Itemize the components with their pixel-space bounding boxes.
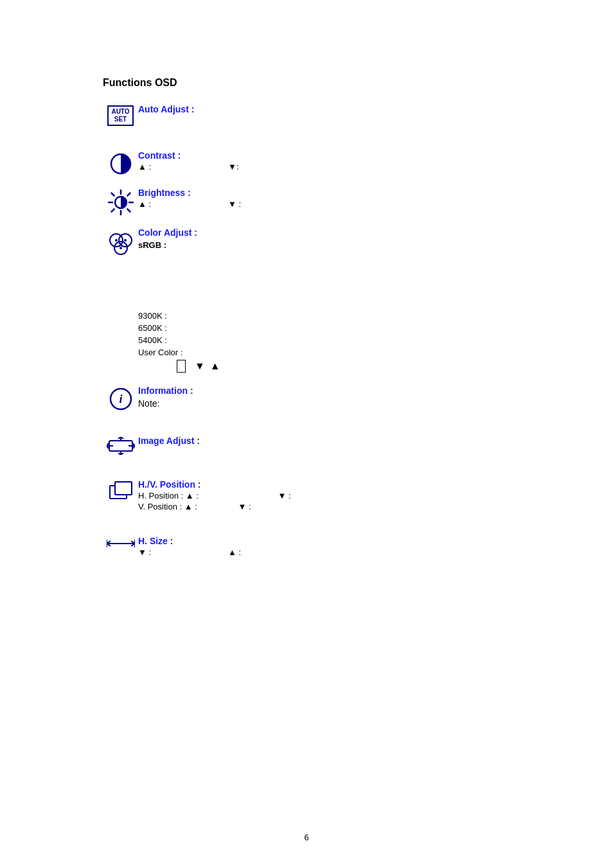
note-row: Note: bbox=[138, 398, 510, 409]
svg-point-14 bbox=[124, 239, 127, 242]
contrast-row: Contrast : ▲ : ▼: bbox=[103, 150, 510, 176]
color-adjust-label: Color Adjust : bbox=[138, 227, 197, 238]
user-color-controls: ▼ ▲ bbox=[138, 360, 510, 373]
h-size-row: H. Size : ▼ : ▲ : bbox=[103, 536, 510, 557]
information-row: i Information : Note: bbox=[103, 385, 510, 411]
image-adjust-icon bbox=[103, 437, 138, 455]
color-adjust-row: Color Adjust : sRGB : bbox=[103, 227, 510, 258]
contrast-controls: ▲ : ▼: bbox=[138, 162, 510, 172]
brightness-down: ▼ : bbox=[228, 199, 241, 209]
v-pos-row: V. Position : ▲ : ▼ : bbox=[138, 502, 510, 511]
svg-line-7 bbox=[127, 193, 130, 196]
color-adjust-content: Color Adjust : sRGB : bbox=[138, 227, 510, 250]
hv-position-row: H./V. Position : H. Position : ▲ : ▼ : V… bbox=[103, 479, 510, 511]
auto-adjust-content: Auto Adjust : bbox=[138, 104, 510, 114]
h-size-content: H. Size : ▼ : ▲ : bbox=[138, 536, 510, 557]
brightness-controls: ▲ : ▼ : bbox=[138, 199, 510, 209]
user-color-item: User Color : bbox=[138, 348, 510, 357]
image-adjust-row: Image Adjust : bbox=[103, 436, 510, 455]
information-content: Information : Note: bbox=[138, 385, 510, 409]
page-number: 6 bbox=[304, 833, 308, 842]
brightness-icon bbox=[103, 189, 138, 216]
note-label: Note: bbox=[138, 398, 159, 409]
brightness-up: ▲ : bbox=[138, 199, 151, 209]
user-color-up-arrow: ▲ bbox=[210, 360, 220, 372]
k5400-item: 5400K : bbox=[138, 335, 510, 345]
h-pos-label: H. Position : ▲ : bbox=[138, 491, 199, 500]
k6500-item: 6500K : bbox=[138, 323, 510, 333]
svg-point-15 bbox=[120, 247, 122, 249]
h-pos-down: ▼ : bbox=[278, 491, 290, 500]
h-size-up: ▲ : bbox=[228, 547, 241, 557]
srgb-item: sRGB : bbox=[138, 240, 510, 250]
user-color-rect bbox=[177, 360, 186, 373]
contrast-content: Contrast : ▲ : ▼: bbox=[138, 150, 510, 172]
h-pos-row: H. Position : ▲ : ▼ : bbox=[138, 491, 510, 500]
user-color-down-arrow: ▼ bbox=[195, 360, 205, 372]
color-adjust-icon bbox=[103, 229, 138, 258]
k9300-item: 9300K : bbox=[138, 311, 510, 321]
color-temp-block: 9300K : 6500K : 5400K : User Color : ▼ ▲ bbox=[138, 311, 510, 373]
contrast-icon bbox=[103, 152, 138, 176]
auto-adjust-row: AUTOSET Auto Adjust : bbox=[103, 104, 510, 126]
h-size-label: H. Size : bbox=[138, 536, 173, 546]
hv-position-content: H./V. Position : H. Position : ▲ : ▼ : V… bbox=[138, 479, 510, 511]
user-color-arrows: ▼ ▲ bbox=[195, 360, 220, 372]
svg-point-13 bbox=[115, 239, 118, 242]
hv-position-icon bbox=[103, 481, 138, 501]
svg-line-6 bbox=[127, 209, 130, 211]
h-size-icon bbox=[103, 537, 138, 550]
svg-line-8 bbox=[111, 209, 114, 211]
info-icon: i bbox=[103, 387, 138, 411]
contrast-label: Contrast : bbox=[138, 150, 181, 161]
h-size-controls: ▼ : ▲ : bbox=[138, 547, 510, 557]
brightness-label: Brightness : bbox=[138, 188, 191, 198]
svg-line-5 bbox=[111, 193, 114, 196]
image-adjust-content: Image Adjust : bbox=[138, 436, 510, 446]
v-pos-down: ▼ : bbox=[238, 502, 251, 511]
contrast-down: ▼: bbox=[228, 162, 238, 172]
svg-rect-24 bbox=[115, 482, 132, 495]
image-adjust-label: Image Adjust : bbox=[138, 436, 200, 446]
svg-text:i: i bbox=[119, 393, 122, 405]
auto-adjust-label: Auto Adjust : bbox=[138, 104, 194, 114]
brightness-row: Brightness : ▲ : ▼ : bbox=[103, 188, 510, 216]
hv-position-label: H./V. Position : bbox=[138, 479, 201, 490]
v-pos-label: V. Position : ▲ : bbox=[138, 502, 197, 511]
contrast-up: ▲ : bbox=[138, 162, 151, 172]
h-size-down: ▼ : bbox=[138, 547, 151, 557]
information-label: Information : bbox=[138, 385, 193, 396]
brightness-content: Brightness : ▲ : ▼ : bbox=[138, 188, 510, 209]
auto-set-icon: AUTOSET bbox=[103, 105, 138, 126]
page-title: Functions OSD bbox=[103, 77, 510, 89]
